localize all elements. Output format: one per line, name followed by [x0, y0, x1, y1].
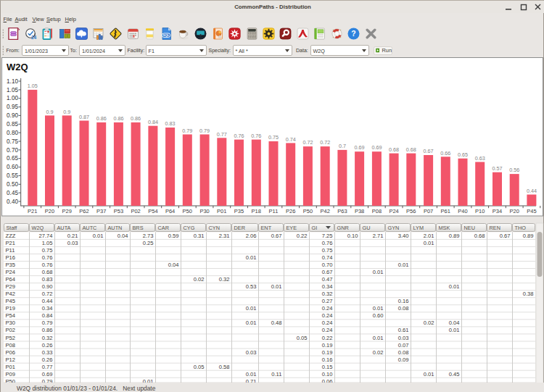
svg-text:0.01: 0.01	[373, 305, 384, 312]
svg-text:0.05: 0.05	[194, 364, 205, 370]
svg-text:P45: P45	[527, 208, 536, 214]
svg-text:0.90: 0.90	[42, 283, 53, 290]
svg-text:0.84: 0.84	[148, 119, 158, 125]
svg-text:0.67: 0.67	[424, 148, 434, 154]
svg-text:0.24: 0.24	[322, 305, 333, 312]
svg-text:0.70: 0.70	[7, 147, 18, 154]
svg-text:0.16: 0.16	[322, 356, 333, 363]
svg-text:0.68: 0.68	[42, 269, 53, 275]
svg-text:0.03: 0.03	[398, 335, 409, 341]
svg-text:0.32: 0.32	[219, 276, 230, 283]
svg-text:0.57: 0.57	[493, 165, 503, 172]
svg-text:3.40: 3.40	[398, 233, 409, 239]
svg-text:0.60: 0.60	[373, 312, 384, 319]
svg-text:0.50: 0.50	[7, 181, 18, 188]
svg-text:0.32: 0.32	[42, 335, 53, 341]
svg-text:P64: P64	[165, 208, 175, 214]
svg-text:2.31: 2.31	[219, 233, 230, 239]
svg-text:0.45: 0.45	[449, 371, 460, 378]
svg-text:AUTC: AUTC	[83, 225, 97, 231]
svg-text:0.80: 0.80	[7, 130, 18, 136]
svg-text:P45: P45	[6, 298, 16, 304]
svg-text:P52: P52	[6, 335, 16, 341]
svg-text:0.08: 0.08	[398, 349, 409, 356]
svg-text:0.01: 0.01	[93, 233, 104, 239]
svg-text:0.24: 0.24	[322, 320, 333, 326]
svg-text:P30: P30	[199, 208, 209, 214]
svg-text:0.68: 0.68	[474, 233, 485, 239]
svg-text:0.07: 0.07	[398, 342, 409, 349]
svg-text:P01: P01	[217, 208, 226, 214]
svg-text:24: 24	[31, 35, 37, 40]
svg-text:0.9: 0.9	[46, 109, 54, 115]
svg-text:0.76: 0.76	[234, 133, 244, 139]
svg-text:0.61: 0.61	[398, 327, 409, 333]
svg-text:1.05: 1.05	[28, 83, 38, 89]
svg-text:0.86: 0.86	[96, 115, 107, 122]
svg-text:0.26: 0.26	[42, 356, 53, 363]
svg-text:AUTA: AUTA	[57, 225, 71, 231]
svg-text:0.77: 0.77	[42, 364, 53, 370]
svg-text:0.24: 0.24	[322, 327, 333, 333]
svg-text:0.56: 0.56	[509, 167, 519, 173]
svg-text:P54: P54	[148, 208, 157, 214]
svg-text:CYN: CYN	[209, 225, 220, 231]
svg-text:0.59: 0.59	[168, 233, 179, 239]
svg-text:2.06: 2.06	[246, 233, 257, 239]
svg-text:0.69: 0.69	[371, 144, 382, 151]
svg-text:0.04: 0.04	[118, 233, 128, 239]
svg-text:1.05: 1.05	[7, 87, 18, 93]
svg-text:0.68: 0.68	[406, 146, 416, 153]
svg-text:P56: P56	[406, 208, 416, 214]
svg-text:0.32: 0.32	[322, 291, 333, 297]
svg-text:ZZZ: ZZZ	[6, 233, 16, 239]
svg-text:2.01: 2.01	[424, 233, 434, 239]
svg-text:0.02: 0.02	[424, 320, 434, 326]
svg-text:0.85: 0.85	[7, 121, 18, 128]
svg-text:0.01: 0.01	[424, 371, 434, 378]
svg-text:P38: P38	[355, 208, 364, 214]
svg-text:0.53: 0.53	[246, 283, 257, 290]
svg-text:P20: P20	[510, 208, 519, 214]
svg-text:NEU: NEU	[464, 225, 475, 231]
svg-text:0.31: 0.31	[194, 233, 205, 239]
svg-text:0.21: 0.21	[67, 233, 78, 239]
svg-text:0.77: 0.77	[217, 131, 227, 138]
svg-text:P30: P30	[6, 320, 16, 326]
svg-text:0.72: 0.72	[302, 139, 313, 146]
svg-text:P42: P42	[6, 291, 16, 297]
svg-text:0.01: 0.01	[398, 262, 409, 268]
svg-text:P35: P35	[6, 262, 16, 268]
svg-text:0.83: 0.83	[165, 120, 176, 127]
svg-text:P29: P29	[62, 208, 72, 214]
svg-text:0.7: 0.7	[339, 143, 346, 149]
svg-text:P64: P64	[6, 276, 16, 283]
svg-text:0.63: 0.63	[475, 155, 485, 162]
svg-text:0.84: 0.84	[42, 312, 53, 319]
svg-text:0.01: 0.01	[424, 240, 434, 246]
svg-text:P21: P21	[6, 240, 16, 246]
svg-text:0.69: 0.69	[355, 144, 365, 151]
svg-text:0.60: 0.60	[7, 164, 18, 170]
svg-text:0.11: 0.11	[271, 371, 281, 378]
svg-text:0.79: 0.79	[182, 128, 192, 134]
svg-text:0.44: 0.44	[42, 298, 53, 304]
svg-text:0.01: 0.01	[373, 335, 384, 341]
svg-text:27.74: 27.74	[38, 233, 52, 239]
svg-text:0.70: 0.70	[322, 262, 333, 268]
svg-text:LYM: LYM	[413, 225, 424, 231]
svg-text:P08: P08	[372, 208, 382, 214]
svg-text:0.9: 0.9	[63, 109, 70, 115]
svg-text:0.68: 0.68	[389, 146, 399, 153]
svg-text:1.05: 1.05	[42, 240, 53, 246]
svg-text:0.02: 0.02	[373, 349, 384, 356]
svg-text:Staff: Staff	[7, 225, 18, 231]
svg-text:P50: P50	[183, 208, 192, 214]
svg-text:0.47: 0.47	[322, 276, 333, 283]
svg-text:0.48: 0.48	[271, 320, 282, 326]
svg-text:0.25: 0.25	[143, 240, 154, 246]
svg-text:P50: P50	[303, 208, 313, 214]
svg-text:0.72: 0.72	[320, 139, 330, 146]
svg-text:0.02: 0.02	[194, 276, 205, 283]
svg-text:0.76: 0.76	[251, 133, 261, 139]
